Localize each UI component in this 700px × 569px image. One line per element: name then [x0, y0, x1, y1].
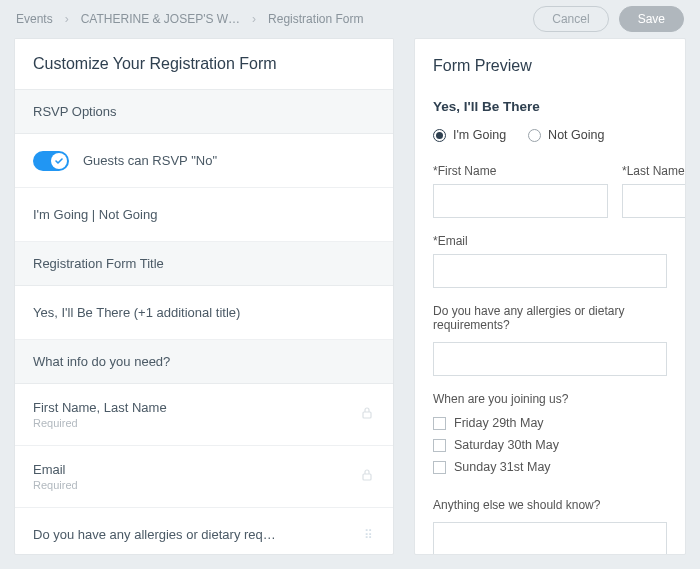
last-name-field: *Last Name	[622, 164, 686, 218]
preview-title: Form Preview	[433, 57, 667, 75]
toggle-rsvp-no[interactable]	[33, 151, 69, 171]
toggle-label: Guests can RSVP "No"	[83, 153, 217, 168]
checkbox-option-1[interactable]: Saturday 30th May	[433, 438, 667, 452]
checkbox-label: Sunday 31st May	[454, 460, 551, 474]
rsvp-labels-text: I'm Going | Not Going	[33, 207, 157, 222]
first-name-label: *First Name	[433, 164, 608, 178]
radio-icon	[528, 129, 541, 142]
section-header-form-title: Registration Form Title	[15, 242, 393, 286]
preview-subtitle: Yes, I'll Be There	[433, 99, 667, 114]
row-rsvp-toggle[interactable]: Guests can RSVP "No"	[15, 134, 393, 188]
first-name-input[interactable]	[433, 184, 608, 218]
checkbox-label: Saturday 30th May	[454, 438, 559, 452]
field-row-name[interactable]: First Name, Last Name Required	[15, 384, 393, 446]
last-name-input[interactable]	[622, 184, 686, 218]
save-button[interactable]: Save	[619, 6, 684, 32]
checkbox-icon	[433, 439, 446, 452]
breadcrumb-item[interactable]: Events	[16, 12, 53, 26]
field-sublabel: Required	[33, 417, 167, 429]
field-label: First Name, Last Name	[33, 400, 167, 415]
joining-label: When are you joining us?	[433, 392, 667, 406]
radio-label: Not Going	[548, 128, 604, 142]
allergies-input[interactable]	[433, 342, 667, 376]
field-sublabel: Required	[33, 479, 78, 491]
cancel-button[interactable]: Cancel	[533, 6, 608, 32]
rsvp-radio-group: I'm Going Not Going	[433, 128, 667, 142]
row-rsvp-labels[interactable]: I'm Going | Not Going	[15, 188, 393, 242]
other-textarea[interactable]	[433, 522, 667, 555]
row-form-title[interactable]: Yes, I'll Be There (+1 additional title)	[15, 286, 393, 340]
radio-not-going[interactable]: Not Going	[528, 128, 604, 142]
checkbox-icon	[433, 417, 446, 430]
checkbox-label: Friday 29th May	[454, 416, 544, 430]
lock-icon	[359, 467, 375, 487]
allergies-label: Do you have any allergies or dietary req…	[433, 304, 667, 332]
email-label: *Email	[433, 234, 667, 248]
lock-icon	[359, 405, 375, 425]
checkbox-option-0[interactable]: Friday 29th May	[433, 416, 667, 430]
checkbox-option-2[interactable]: Sunday 31st May	[433, 460, 667, 474]
svg-rect-0	[363, 412, 371, 418]
field-row-email[interactable]: Email Required	[15, 446, 393, 508]
page-title: Customize Your Registration Form	[15, 39, 393, 90]
preview-panel: Form Preview Yes, I'll Be There I'm Goin…	[414, 38, 686, 555]
other-label: Anything else we should know?	[433, 498, 667, 512]
field-label: Email	[33, 462, 78, 477]
section-header-rsvp-options: RSVP Options	[15, 90, 393, 134]
header-actions: Cancel Save	[533, 6, 684, 32]
email-field: *Email	[433, 234, 667, 288]
first-name-field: *First Name	[433, 164, 608, 218]
form-title-value: Yes, I'll Be There (+1 additional title)	[33, 305, 240, 320]
field-row-allergies[interactable]: Do you have any allergies or dietary req…	[15, 508, 393, 554]
drag-handle-icon[interactable]: ⠿	[364, 532, 375, 538]
svg-rect-1	[363, 474, 371, 480]
radio-icon	[433, 129, 446, 142]
section-header-info-needed: What info do you need?	[15, 340, 393, 384]
radio-label: I'm Going	[453, 128, 506, 142]
breadcrumb-item: Registration Form	[268, 12, 363, 26]
editor-panel: Customize Your Registration Form RSVP Op…	[14, 38, 394, 555]
last-name-label: *Last Name	[622, 164, 686, 178]
toggle-knob	[51, 153, 67, 169]
field-label: Do you have any allergies or dietary req…	[33, 527, 276, 542]
header-bar: Events › CATHERINE & JOSEP'S W… › Regist…	[0, 0, 700, 38]
radio-going[interactable]: I'm Going	[433, 128, 506, 142]
email-input[interactable]	[433, 254, 667, 288]
chevron-right-icon: ›	[65, 12, 69, 26]
breadcrumb-item[interactable]: CATHERINE & JOSEP'S W…	[81, 12, 240, 26]
checkbox-icon	[433, 461, 446, 474]
breadcrumb: Events › CATHERINE & JOSEP'S W… › Regist…	[16, 12, 363, 26]
chevron-right-icon: ›	[252, 12, 256, 26]
